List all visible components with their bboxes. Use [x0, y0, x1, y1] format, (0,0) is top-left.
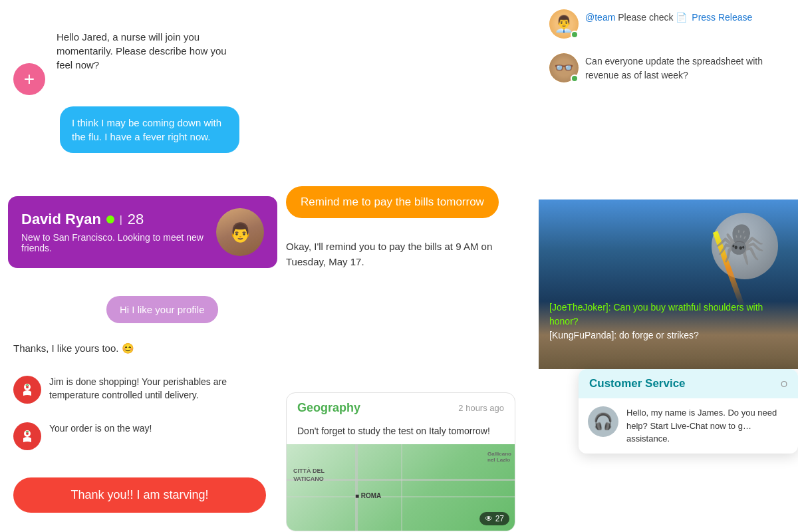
avatar-image: 👨 [216, 208, 264, 256]
press-release-link[interactable]: Press Release [692, 12, 752, 23]
team-message-text-2: Can everyone update the spreadsheet with… [585, 53, 787, 82]
grocery-icon-2 [13, 422, 41, 450]
cs-header: Customer Service O [579, 369, 798, 398]
game-panel: 🕷️ [JoeTheJoker]: Can you buy wrathful s… [539, 200, 798, 369]
reminder-request-bubble: Remind me to pay the bills tomorrow [286, 186, 499, 218]
profile-info: David Ryan | 28 New to San Francisco. Lo… [21, 211, 209, 253]
online-indicator [106, 215, 114, 223]
geography-card: Geography 2 hours ago Don't forget to st… [286, 392, 515, 531]
reminder-reply-message: Okay, I'll remind you to pay the bills a… [286, 239, 505, 269]
grocery-message-2: Your order is on the way! [13, 422, 152, 450]
geography-card-header: Geography 2 hours ago [287, 393, 515, 423]
team-message-1: 👨‍💼 @team Please check 📄 Press Release [539, 0, 798, 48]
profile-avatar: 👨 [216, 208, 264, 256]
patient-message-bubble: I think I may be coming down with the fl… [60, 106, 239, 153]
thank-you-button[interactable]: Thank you!! I am starving! [13, 477, 266, 513]
svg-point-3 [26, 432, 29, 435]
customer-service-panel: Customer Service O 🎧 Hello, my name is J… [579, 369, 798, 454]
team-message-text-1: @team Please check 📄 Press Release [585, 9, 752, 25]
cs-status: O [781, 379, 787, 389]
cs-avatar: 🎧 [588, 406, 618, 437]
add-button[interactable]: + [13, 63, 45, 95]
cs-title: Customer Service [589, 377, 686, 390]
grocery-text-1: Jim is done shopping! Your perishables a… [49, 376, 235, 402]
online-dot-1 [571, 31, 579, 39]
plus-icon: + [24, 68, 35, 90]
hi-message-bubble: Hi I like your profile [106, 296, 218, 323]
map-image: CITTÀ DELVATICANO ■ ROMA Gallicanonel La… [287, 444, 515, 531]
geography-message: Don't forget to study the test on Italy … [287, 423, 515, 444]
grocery-message-1: Jim is done shopping! Your perishables a… [13, 376, 235, 404]
cs-message: Hello, my name is James. Do you need hel… [626, 406, 789, 446]
team-message-2: 👓 Can everyone update the spreadsheet wi… [539, 48, 798, 92]
nurse-message: Hello Jared, a nurse will join you momen… [57, 30, 243, 72]
profile-name-row: David Ryan | 28 [21, 211, 209, 228]
geography-time: 2 hours ago [458, 403, 504, 413]
game-chat-line-1: [JoeTheJoker]: Can you buy wrathful shou… [549, 301, 787, 329]
profile-card[interactable]: David Ryan | 28 New to San Francisco. Lo… [8, 196, 277, 268]
thanks-message: Thanks, I like yours too. 😊 [13, 342, 134, 354]
svg-point-1 [26, 386, 29, 388]
medical-chat-panel: + Hello Jared, a nurse will join you mom… [0, 0, 279, 532]
online-dot-2 [571, 74, 579, 82]
team-chat-panel: 👨‍💼 @team Please check 📄 Press Release 👓… [539, 0, 798, 92]
grocery-icon-1 [13, 376, 41, 404]
geography-title: Geography [297, 401, 360, 415]
profile-bio: New to San Francisco. Looking to meet ne… [21, 232, 209, 253]
file-icon: 📄 [676, 12, 687, 23]
game-creature: 🕷️ [715, 219, 765, 267]
avatar-1: 👨‍💼 [549, 9, 579, 39]
game-chat-line-2: [KungFuPanda]: do forge or strikes? [549, 329, 787, 342]
team-mention: @team [585, 12, 615, 23]
view-count-badge: 👁 27 [479, 512, 509, 525]
avatar-2: 👓 [549, 53, 579, 82]
cs-body: 🎧 Hello, my name is James. Do you need h… [579, 398, 798, 454]
game-chat-overlay: [JoeTheJoker]: Can you buy wrathful shou… [549, 301, 787, 342]
cs-avatar-image: 🎧 [593, 412, 613, 431]
grocery-text-2: Your order is on the way! [49, 422, 152, 436]
